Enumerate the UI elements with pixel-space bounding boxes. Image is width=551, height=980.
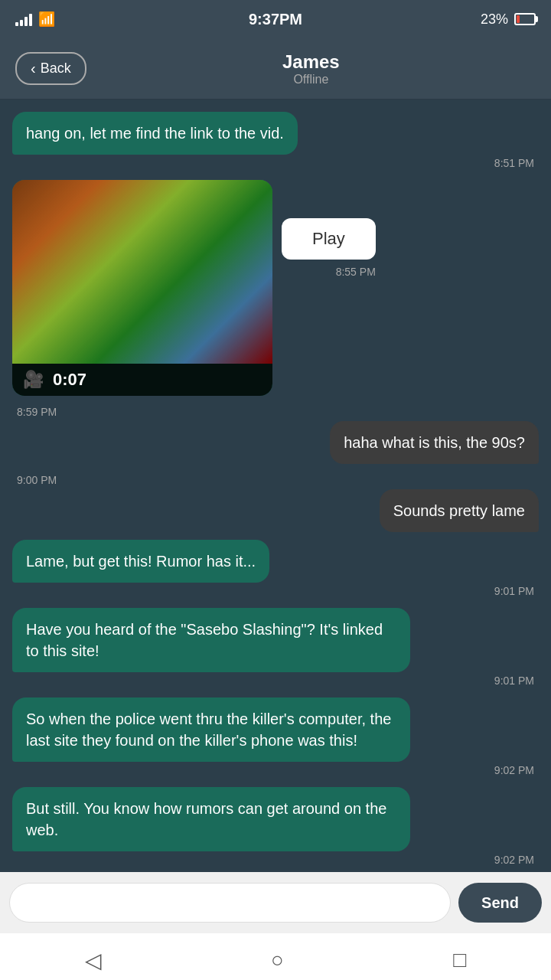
input-area: Send — [0, 872, 551, 933]
video-bubble[interactable]: 🎥 0:07 — [12, 180, 272, 396]
play-button[interactable]: Play — [282, 218, 376, 260]
message-bubble: haha what is this, the 90s? — [330, 421, 539, 464]
video-right: Play 8:55 PM — [282, 180, 376, 278]
message-input[interactable] — [9, 883, 451, 923]
contact-info: James Offline — [86, 51, 536, 87]
recent-nav-icon[interactable]: □ — [453, 948, 466, 972]
contact-status: Offline — [86, 73, 536, 87]
chat-area: hang on, let me find the link to the vid… — [0, 100, 551, 872]
back-button[interactable]: ‹ Back — [15, 52, 86, 85]
video-camera-icon: 🎥 — [23, 370, 44, 390]
message-timestamp: 9:01 PM — [494, 675, 534, 687]
nav-bar: ◁ ○ □ — [0, 933, 551, 980]
back-nav-icon[interactable]: ◁ — [85, 948, 102, 973]
status-time: 9:37PM — [249, 11, 302, 28]
message-bubble: Lame, but get this! Rumor has it... — [12, 540, 269, 583]
message-timestamp: 8:51 PM — [494, 157, 534, 169]
home-nav-icon[interactable]: ○ — [271, 948, 284, 972]
message-bubble: Sounds pretty lame — [380, 489, 539, 532]
message-row: Lame, but get this! Rumor has it... 9:01… — [12, 540, 539, 600]
message-timestamp: 9:02 PM — [494, 764, 534, 776]
message-row: So when the police went thru the killer'… — [12, 697, 539, 779]
message-row: 9:00 PM Sounds pretty lame — [12, 472, 539, 532]
message-timestamp: 9:00 PM — [17, 474, 57, 486]
back-arrow-icon: ‹ — [31, 60, 36, 77]
wifi-icon: 📶 — [38, 11, 55, 28]
message-row: Have you heard of the "Sasebo Slashing"?… — [12, 608, 539, 690]
message-row: 8:59 PM haha what is this, the 90s? — [12, 403, 539, 464]
message-bubble: hang on, let me find the link to the vid… — [12, 112, 298, 155]
video-message-row: 🎥 0:07 Play 8:55 PM — [12, 180, 539, 396]
contact-name: James — [86, 51, 536, 73]
message-bubble: So when the police went thru the killer'… — [12, 697, 410, 762]
status-right: 23% — [481, 11, 536, 28]
message-timestamp: 8:59 PM — [17, 406, 57, 418]
message-bubble: But still. You know how rumors can get a… — [12, 787, 410, 851]
video-timestamp: 8:55 PM — [336, 266, 376, 278]
message-timestamp: 9:01 PM — [494, 585, 534, 597]
video-thumbnail — [12, 180, 272, 364]
message-row: But still. You know how rumors can get a… — [12, 787, 539, 869]
signal-icon — [15, 12, 32, 26]
send-button[interactable]: Send — [458, 883, 542, 923]
battery-percent: 23% — [481, 11, 508, 28]
message-row: hang on, let me find the link to the vid… — [12, 112, 539, 172]
status-left: 📶 — [15, 11, 55, 28]
message-bubble: Have you heard of the "Sasebo Slashing"?… — [12, 608, 410, 672]
chat-header: ‹ Back James Offline — [0, 38, 551, 100]
battery-icon — [514, 13, 536, 25]
video-duration: 0:07 — [53, 370, 86, 390]
back-label: Back — [41, 60, 71, 77]
message-timestamp: 9:02 PM — [494, 854, 534, 866]
video-footer: 🎥 0:07 — [12, 364, 272, 396]
status-bar: 📶 9:37PM 23% — [0, 0, 551, 38]
